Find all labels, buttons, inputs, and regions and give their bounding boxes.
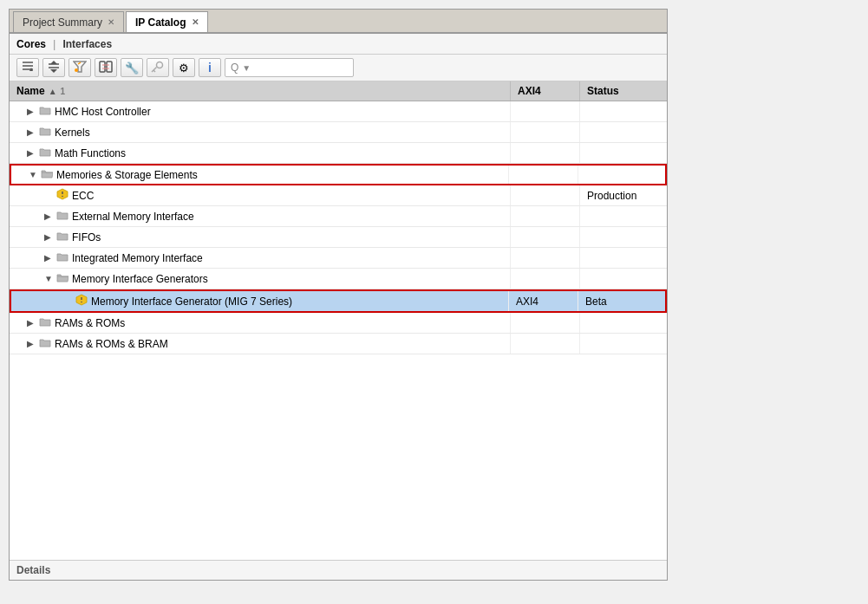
- info-button[interactable]: i: [199, 58, 221, 77]
- svg-line-9: [78, 62, 81, 64]
- axi4-cell: [511, 101, 580, 121]
- axi4-cell: [511, 185, 580, 205]
- tab-ip-catalog-close[interactable]: ✕: [192, 17, 199, 27]
- info-icon: i: [208, 61, 212, 75]
- row-label: Integrated Memory Interface: [72, 252, 203, 264]
- table-row[interactable]: ▶ HMC Host Controller: [10, 101, 667, 122]
- row-name-cell: ▶ Memory Interface Generator (MIG 7 Seri…: [11, 291, 509, 311]
- row-label: FIFOs: [72, 231, 101, 244]
- svg-point-20: [62, 196, 63, 198]
- collapse-arrow-icon[interactable]: ▼: [29, 170, 37, 179]
- row-label: HMC Host Controller: [55, 106, 151, 118]
- table-row[interactable]: ▶ ECC Production: [10, 185, 667, 206]
- subtab-cores[interactable]: Cores: [16, 38, 46, 50]
- table-row[interactable]: ▼ Memory Interface Generators: [10, 269, 667, 289]
- key-button[interactable]: [147, 58, 169, 77]
- row-name-cell: ▼ Memories & Storage Elements: [11, 166, 509, 184]
- svg-point-15: [157, 62, 163, 68]
- tab-bar: Project Summary ✕ IP Catalog ✕: [10, 10, 667, 34]
- axi4-cell: AXI4: [509, 291, 578, 311]
- svg-rect-11: [100, 62, 105, 72]
- key-icon: [151, 61, 165, 75]
- folder-icon: [39, 105, 51, 118]
- preferences-button[interactable]: ⚙: [173, 58, 195, 77]
- row-name-cell: ▶ Kernels: [10, 122, 511, 142]
- row-name-cell: ▶ ECC: [10, 185, 511, 205]
- axi4-cell: [511, 122, 580, 142]
- row-label: Memory Interface Generator (MIG 7 Series…: [91, 296, 292, 308]
- folder-icon: [56, 251, 69, 264]
- search-input[interactable]: [252, 62, 348, 74]
- expand-arrow-icon[interactable]: ▶: [44, 232, 53, 242]
- collapse-all-button[interactable]: [16, 58, 39, 77]
- table-row[interactable]: ▶ RAMs & ROMs & BRAM: [10, 334, 667, 354]
- table-header: Name ▲ 1 AXI4 Status: [10, 81, 667, 101]
- collapse-arrow-icon[interactable]: ▼: [44, 274, 53, 283]
- axi4-cell: [511, 313, 580, 333]
- search-box[interactable]: Q ▼: [225, 58, 354, 77]
- customize-columns-button[interactable]: [95, 58, 117, 77]
- svg-point-23: [81, 302, 82, 303]
- status-cell: [580, 227, 667, 247]
- row-name-cell: ▶ FIFOs: [10, 227, 511, 247]
- gear-icon: ⚙: [179, 62, 189, 75]
- status-cell: [580, 122, 667, 142]
- filter-button[interactable]: [69, 58, 91, 77]
- col-name[interactable]: Name ▲ 1: [10, 81, 511, 101]
- row-label: External Memory Interface: [72, 211, 194, 223]
- tab-project-summary-close[interactable]: ✕: [108, 17, 114, 27]
- expand-arrow-icon[interactable]: ▶: [27, 339, 36, 348]
- memories-storage-row[interactable]: ▼ Memories & Storage Elements: [10, 164, 667, 185]
- row-label: Memories & Storage Elements: [56, 169, 198, 181]
- sort-num: 1: [61, 87, 66, 96]
- wrench-icon: 🔧: [125, 62, 139, 75]
- axi4-cell: [511, 143, 580, 163]
- folder-open-icon: [41, 168, 53, 181]
- row-label: Math Functions: [55, 147, 126, 159]
- table-row[interactable]: ▶ Math Functions: [10, 143, 667, 164]
- settings-button[interactable]: 🔧: [121, 58, 143, 77]
- mig-item-icon: [75, 294, 88, 308]
- details-label: Details: [10, 560, 667, 580]
- expand-arrow-icon[interactable]: ▶: [27, 318, 36, 328]
- table-row[interactable]: ▶ External Memory Interface: [10, 206, 667, 227]
- folder-icon: [39, 316, 51, 329]
- tab-project-summary[interactable]: Project Summary ✕: [13, 11, 124, 32]
- row-label: ECC: [72, 190, 94, 202]
- table-row[interactable]: ▶ Integrated Memory Interface: [10, 248, 667, 269]
- folder-icon: [39, 126, 51, 139]
- expand-arrow-icon[interactable]: ▶: [27, 127, 36, 137]
- toolbar: 🔧 ⚙ i Q ▼: [10, 55, 667, 81]
- row-name-cell: ▶ Math Functions: [10, 143, 511, 163]
- axi4-cell: [509, 166, 578, 184]
- axi4-cell: [511, 269, 580, 289]
- table-row[interactable]: ▶ Kernels: [10, 122, 667, 143]
- expand-arrow-icon[interactable]: ▶: [44, 253, 53, 263]
- status-cell: [580, 101, 667, 121]
- mig7-row[interactable]: ▶ Memory Interface Generator (MIG 7 Seri…: [10, 289, 667, 313]
- tab-ip-catalog[interactable]: IP Catalog ✕: [126, 11, 207, 32]
- subtab-bar: Cores | Interfaces: [10, 34, 667, 55]
- axi4-cell: [511, 334, 580, 354]
- table-row[interactable]: ▶ FIFOs: [10, 227, 667, 248]
- catalog-table: Name ▲ 1 AXI4 Status ▶ HMC Host Controll…: [10, 81, 667, 560]
- status-cell: Production: [580, 185, 667, 205]
- status-cell: [580, 143, 667, 163]
- col-axi4[interactable]: AXI4: [511, 81, 580, 101]
- expand-all-button[interactable]: [42, 58, 65, 77]
- status-cell: [580, 206, 667, 226]
- folder-icon: [56, 231, 69, 244]
- axi4-cell: [511, 206, 580, 226]
- row-name-cell: ▶ HMC Host Controller: [10, 101, 511, 121]
- expand-arrow-icon[interactable]: ▶: [27, 107, 36, 116]
- table-row[interactable]: ▶ RAMs & ROMs: [10, 313, 667, 334]
- expand-arrow-icon[interactable]: ▶: [27, 148, 36, 158]
- row-label: Kernels: [55, 127, 90, 139]
- expand-arrow-icon[interactable]: ▶: [44, 211, 53, 221]
- expand-all-icon: [47, 61, 61, 75]
- axi4-cell: [511, 248, 580, 268]
- col-status[interactable]: Status: [580, 81, 667, 101]
- subtab-interfaces[interactable]: Interfaces: [62, 38, 112, 50]
- tab-ip-catalog-label: IP Catalog: [135, 16, 186, 29]
- row-label: RAMs & ROMs & BRAM: [55, 338, 168, 350]
